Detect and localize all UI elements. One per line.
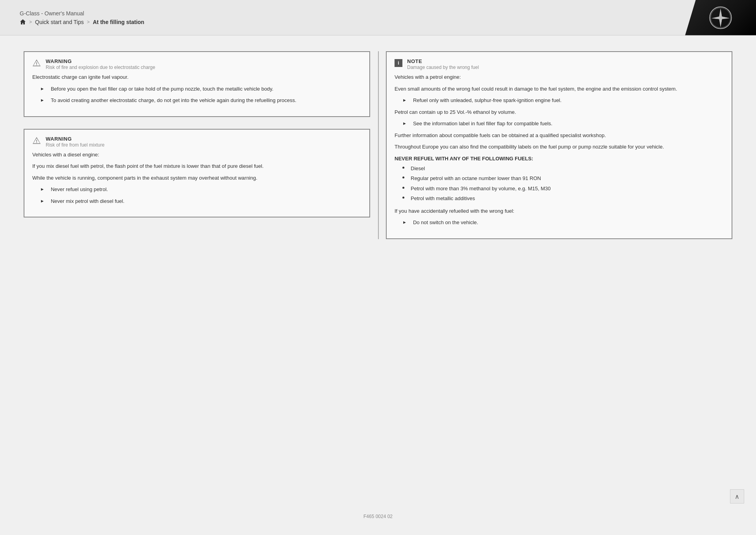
main-content: WARNING Risk of fire and explosion due t… [0,35,756,263]
breadcrumb: > Quick start and Tips > At the filling … [20,19,144,25]
list-item: Diesel [395,165,724,173]
warning-header-2: WARNING Risk of fire from fuel mixture [32,136,361,148]
warning-title-2: WARNING [46,136,104,142]
warning2-intro2: If you mix diesel fuel with petrol, the … [32,162,361,170]
note-header: i NOTE Damage caused by the wrong fuel [395,58,724,70]
document-title: G-Class - Owner's Manual [20,10,144,17]
list-item: ► Do not switch on the vehicle. [395,219,724,227]
list-item: ► Before you open the fuel filler cap or… [32,85,361,93]
warning-icon-2 [32,136,41,145]
note-dot-list: Diesel Regular petrol with an octane num… [395,165,724,202]
arrow-icon: ► [40,97,44,104]
note-text4: If you have accidentally refuelled with … [395,207,724,215]
list-item: ► Never mix petrol with diesel fuel. [32,197,361,205]
arrow-icon: ► [40,198,44,204]
list-item: ► To avoid creating another electrostati… [32,97,361,104]
note-text1: Petrol can contain up to 25 Vol.-% ethan… [395,108,724,116]
dot-bullet-icon [402,197,404,199]
svg-rect-4 [36,65,37,65]
warning-box-2: WARNING Risk of fire from fuel mixture V… [24,129,370,218]
mercedes-logo [685,0,756,35]
list-item: ► See the information label in fuel fill… [395,120,724,128]
dot-bullet-icon [402,167,404,169]
list-item: Petrol with more than 3% methanol by vol… [395,185,724,193]
warning-box-1: WARNING Risk of fire and explosion due t… [24,51,370,117]
arrow-icon: ► [402,219,407,226]
arrow-icon: ► [402,120,407,127]
note-bold-heading: NEVER REFUEL WITH ANY OF THE FOLLOWING F… [395,156,724,162]
breadcrumb-current: At the filling station [93,19,145,25]
breadcrumb-sep-2: > [87,19,90,25]
note-icon: i [395,59,402,67]
svg-rect-6 [36,142,37,143]
list-item: ► Never refuel using petrol. [32,186,361,193]
dot-bullet-icon [402,187,404,189]
left-column: WARNING Risk of fire and explosion due t… [24,51,370,239]
note-text2: Further information about compatible fue… [395,132,724,139]
home-icon[interactable] [20,19,26,25]
note-subtitle: Damage caused by the wrong fuel [407,65,479,70]
note-box: i NOTE Damage caused by the wrong fuel V… [386,51,732,239]
arrow-icon: ► [402,97,407,104]
note-bullet1-list: ► Refuel only with unleaded, sulphur-fre… [395,97,724,104]
footer: F465 0024 02 [0,506,756,527]
svg-rect-3 [36,62,37,64]
breadcrumb-sep-1: > [29,19,32,25]
warning2-intro3: While the vehicle is running, component … [32,174,361,182]
header: G-Class - Owner's Manual > Quick start a… [0,0,756,35]
warning-subtitle-2: Risk of fire from fuel mixture [46,142,104,148]
right-column: i NOTE Damage caused by the wrong fuel V… [386,51,732,239]
chevron-up-icon: ∧ [735,493,739,500]
dot-bullet-icon [402,176,404,178]
note-intro2: Even small amounts of the wrong fuel cou… [395,85,724,93]
warning1-bullets: ► Before you open the fuel filler cap or… [32,85,361,104]
warning2-bullets: ► Never refuel using petrol. ► Never mix… [32,186,361,205]
arrow-icon: ► [40,85,44,92]
list-item: Regular petrol with an octane number low… [395,175,724,182]
arrow-icon: ► [40,186,44,193]
column-divider [378,51,379,239]
breadcrumb-quick-start[interactable]: Quick start and Tips [35,19,84,25]
scroll-up-button[interactable]: ∧ [730,489,744,503]
footer-label: F465 0024 02 [363,514,393,519]
warning-title-1: WARNING [46,58,155,64]
svg-rect-5 [36,140,37,142]
note-intro1: Vehicles with a petrol engine: [395,73,724,81]
note-text3: Throughout Europe you can also find the … [395,143,724,151]
list-item: ► Refuel only with unleaded, sulphur-fre… [395,97,724,104]
warning1-intro: Electrostatic charge can ignite fuel vap… [32,73,361,81]
warning2-intro1: Vehicles with a diesel engine: [32,151,361,159]
warning-header-1: WARNING Risk of fire and explosion due t… [32,58,361,70]
header-left: G-Class - Owner's Manual > Quick start a… [20,10,144,25]
warning-icon-1 [32,59,41,67]
warning-subtitle-1: Risk of fire and explosion due to electr… [46,65,155,70]
note-bullet2-list: ► See the information label in fuel fill… [395,120,724,128]
list-item: Petrol with metallic additives [395,195,724,202]
note-final-bullet-list: ► Do not switch on the vehicle. [395,219,724,227]
note-title: NOTE [407,58,479,64]
